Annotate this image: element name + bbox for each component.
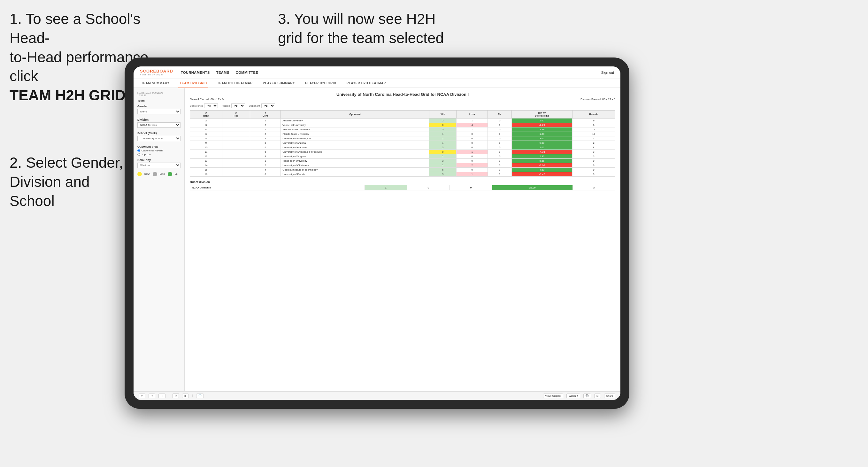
school-select[interactable]: 1. University of Nort...	[137, 136, 181, 141]
radio-opponents-played[interactable]: Opponents Played	[137, 149, 181, 152]
legend-up-dot	[168, 172, 172, 176]
cell-loss: 2	[457, 163, 488, 167]
share-btn[interactable]: Share	[604, 394, 615, 398]
table-row: 9 3 University of Arizona 1 0 0 9.00 2	[190, 141, 615, 145]
watch-btn[interactable]: Watch ▾	[566, 394, 580, 398]
cell-tie: 0	[488, 136, 512, 141]
cell-tie: 0	[488, 127, 512, 132]
cell-tie: 0	[488, 158, 512, 163]
cell-reg	[222, 123, 250, 127]
cell-rank: 2	[190, 118, 222, 123]
cell-win: 0	[429, 150, 457, 154]
overall-record: Overall Record: 89 - 17 - 0	[190, 98, 224, 101]
cell-conf: 5	[250, 145, 281, 150]
cell-rounds: 9	[572, 118, 615, 123]
ann1-line1: 1. To see a School's Head-	[9, 10, 140, 46]
col-loss: Loss	[457, 110, 488, 118]
region-filter-select[interactable]: (All)	[231, 103, 245, 108]
filter-opponent-group: Opponent (All)	[249, 103, 275, 108]
cell-rounds: 17	[572, 127, 615, 132]
grid-btn[interactable]: ⊞	[182, 394, 189, 398]
cell-loss: 0	[457, 167, 488, 172]
cell-tie: 0	[488, 167, 512, 172]
cell-rank: 4	[190, 127, 222, 132]
cell-win: 6	[429, 167, 457, 172]
cell-rounds: 9	[572, 172, 615, 176]
cell-reg	[222, 154, 250, 158]
sep1: |	[169, 394, 169, 397]
division-select[interactable]: NCAA Division I	[137, 122, 181, 128]
gender-select[interactable]: Men's	[137, 109, 181, 114]
cell-opponent: University of Arizona	[281, 141, 429, 145]
subnav-player-h2h-grid[interactable]: PLAYER H2H GRID	[304, 79, 338, 88]
cell-win: 3	[429, 158, 457, 163]
cell-rank: 12	[190, 154, 222, 158]
colour-select[interactable]: Win/loss	[137, 163, 181, 168]
subnav-team-h2h-grid[interactable]: TEAM H2H GRID	[178, 79, 208, 88]
subnav: TEAM SUMMARY TEAM H2H GRID TEAM H2H HEAT…	[133, 79, 620, 88]
cell-conf: 2	[250, 123, 281, 127]
cell-diff: -1.00	[512, 163, 572, 167]
layout-btn[interactable]: ⊡	[594, 394, 601, 398]
cell-rounds: 3	[572, 136, 615, 141]
cell-conf: 2	[250, 132, 281, 136]
cell-win: 1	[429, 163, 457, 167]
nav-tournaments[interactable]: TOURNAMENTS	[181, 71, 210, 74]
subnav-player-summary[interactable]: PLAYER SUMMARY	[261, 79, 296, 88]
conf-filter-label: Conference	[190, 104, 203, 107]
cell-diff: -6.42	[512, 172, 572, 176]
cell-tie: 0	[488, 132, 512, 136]
table-row: 16 3 University of Florida 3 1 0 -6.42 9	[190, 172, 615, 176]
cell-rank: 14	[190, 163, 222, 167]
cell-reg	[222, 145, 250, 150]
clock-btn[interactable]: 🕐	[196, 394, 204, 398]
view-original-btn[interactable]: View: Original	[543, 394, 563, 398]
opponent-view-label: Opponent View	[137, 145, 181, 148]
table-row: 15 4 Georgia Institute of Technology 6 0…	[190, 167, 615, 172]
cell-opponent: University of Alabama	[281, 145, 429, 150]
color-legend: Down Level Up	[137, 172, 181, 176]
grid-records: Overall Record: 89 - 17 - 0 Division Rec…	[190, 98, 615, 101]
radio-top100[interactable]: Top 100	[137, 153, 181, 156]
cell-loss: 0	[457, 141, 488, 145]
cell-conf: 2	[250, 163, 281, 167]
forward-btn[interactable]: →	[158, 394, 165, 398]
table-row: 6 2 Florida State University 1 0 0 1.83 …	[190, 132, 615, 136]
cell-conf: 2	[250, 136, 281, 141]
cell-reg	[222, 172, 250, 176]
col-rounds: Rounds	[572, 110, 615, 118]
cell-rounds: 9	[572, 163, 615, 167]
cell-tie: 0	[488, 163, 512, 167]
opponent-filter-select[interactable]: (All)	[261, 103, 275, 108]
out-division-name: NCAA Division II	[190, 185, 365, 190]
cell-opponent: Vanderbilt University	[281, 123, 429, 127]
tablet-screen: SCOREBOARD Powered by clippi TOURNAMENTS…	[133, 66, 620, 400]
nav-committee[interactable]: COMMITTEE	[236, 71, 258, 74]
comment-btn[interactable]: 💬	[583, 394, 591, 398]
cell-diff: 9.00	[512, 141, 572, 145]
region-filter-label: Region	[222, 104, 230, 107]
subnav-player-h2h-heatmap[interactable]: PLAYER H2H HEATMAP	[345, 79, 387, 88]
subnav-team-summary[interactable]: TEAM SUMMARY	[140, 79, 170, 88]
cell-conf: 1	[250, 158, 281, 163]
ann3-line1: 3. You will now see H2H	[278, 10, 436, 27]
cell-rank: 15	[190, 167, 222, 172]
undo-btn[interactable]: ↩	[138, 394, 145, 398]
subnav-team-h2h-heatmap[interactable]: TEAM H2H HEATMAP	[216, 79, 254, 88]
filter-row: Conference (All) Region (All) Opponent	[190, 103, 615, 108]
out-division-diff: 26.00	[492, 185, 572, 190]
cell-loss: 1	[457, 127, 488, 132]
cell-rounds: 8	[572, 145, 615, 150]
copy-btn[interactable]: ⧉	[173, 393, 179, 398]
sign-out-link[interactable]: Sign out	[601, 71, 614, 74]
cell-tie: 0	[488, 145, 512, 150]
conf-filter-select[interactable]: (All)	[204, 103, 218, 108]
filter-conference-group: Conference (All)	[190, 103, 218, 108]
cell-reg	[222, 136, 250, 141]
annotation-3: 3. You will now see H2H grid for the tea…	[278, 9, 495, 48]
out-division-label: Out of division	[190, 181, 615, 184]
cell-win: 5	[429, 127, 457, 132]
redo-btn[interactable]: ↪	[149, 394, 155, 398]
nav-teams[interactable]: TEAMS	[216, 71, 229, 74]
out-division-win: 1	[365, 185, 407, 190]
